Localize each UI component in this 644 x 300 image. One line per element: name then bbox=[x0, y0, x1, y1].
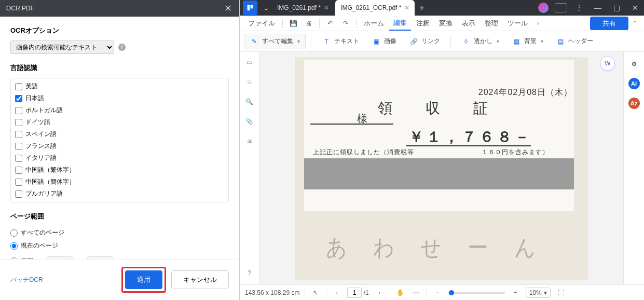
new-tab-button[interactable]: ＋ bbox=[416, 2, 428, 14]
zoom-out-icon[interactable]: − bbox=[432, 288, 443, 298]
range-all-row[interactable]: すべてのページ bbox=[10, 226, 229, 239]
tab-2-label: IMG_0261_OCR.pdf * bbox=[340, 4, 401, 11]
lang-item-6[interactable]: イタリア語 bbox=[14, 152, 225, 164]
tab-1-label: IMG_0261.pdf * bbox=[277, 4, 321, 11]
lang-checkbox[interactable] bbox=[15, 202, 22, 203]
hand-icon[interactable]: ✋ bbox=[395, 288, 406, 298]
window-close-button[interactable]: ✕ bbox=[626, 0, 644, 16]
receipt-line bbox=[406, 145, 531, 146]
lang-label: スペイン語 bbox=[25, 130, 57, 139]
range-custom-row[interactable]: 範囲 ～ / 1 bbox=[10, 252, 229, 259]
menu-home[interactable]: ホーム bbox=[360, 17, 388, 30]
background-button[interactable]: ▦背景▾ bbox=[506, 34, 549, 49]
apply-highlight: 適用 bbox=[121, 267, 166, 293]
close-icon[interactable]: ✕ bbox=[223, 3, 233, 14]
chevron-down-icon[interactable]: ⌄ bbox=[262, 0, 271, 16]
tab-2-close-icon[interactable]: ✕ bbox=[404, 4, 409, 11]
avatar[interactable] bbox=[538, 3, 549, 13]
menu-more-icon[interactable]: › bbox=[533, 20, 543, 27]
lang-item-2[interactable]: ポルトガル語 bbox=[14, 104, 225, 116]
dialog-titlebar: OCR PDF ✕ bbox=[0, 0, 239, 17]
collapse-ribbon-icon[interactable]: ⌃ bbox=[629, 20, 640, 27]
lang-checkbox[interactable] bbox=[15, 155, 22, 162]
receipt-line bbox=[310, 124, 393, 125]
redo-icon[interactable]: ↷ bbox=[338, 17, 353, 30]
translate-button[interactable]: Az bbox=[628, 98, 640, 109]
lang-item-8[interactable]: 中国語（簡体字） bbox=[14, 176, 225, 188]
maximize-button[interactable]: ▢ bbox=[608, 0, 625, 16]
lang-checkbox[interactable] bbox=[15, 190, 22, 198]
lang-item-4[interactable]: スペイン語 bbox=[14, 128, 225, 140]
edit-all-button[interactable]: ✎ すべて編集 ▾ bbox=[244, 34, 306, 49]
lang-item-1[interactable]: 日本語 bbox=[14, 92, 225, 104]
range-all-radio[interactable] bbox=[10, 229, 18, 237]
lang-checkbox[interactable] bbox=[15, 119, 22, 126]
next-page-icon[interactable]: › bbox=[374, 288, 385, 298]
page-input[interactable] bbox=[347, 288, 362, 298]
lang-checkbox[interactable] bbox=[15, 95, 22, 102]
menu-edit[interactable]: 編集 bbox=[389, 16, 411, 31]
tab-1-close-icon[interactable]: ✕ bbox=[324, 4, 329, 11]
tab-1[interactable]: IMG_0261.pdf * ✕ bbox=[272, 0, 334, 16]
fit-icon[interactable]: ▭ bbox=[411, 288, 421, 298]
settings-icon[interactable]: ⚙ bbox=[628, 58, 640, 70]
window-mode-icon[interactable] bbox=[555, 3, 567, 12]
lang-item-9[interactable]: ブルガリア語 bbox=[14, 188, 225, 200]
lang-item-0[interactable]: 英語 bbox=[14, 80, 225, 92]
word-export-icon[interactable]: W bbox=[600, 56, 615, 71]
lang-item-5[interactable]: フランス語 bbox=[14, 140, 225, 152]
cancel-button[interactable]: キャンセル bbox=[171, 270, 229, 289]
bookmark-icon[interactable]: ☆ bbox=[244, 77, 255, 87]
zoom-slider[interactable] bbox=[448, 292, 505, 294]
link-button[interactable]: 🔗リンク bbox=[404, 34, 445, 49]
lang-item-10[interactable]: カタロニア語 bbox=[14, 200, 225, 202]
menu-comment[interactable]: 注釈 bbox=[412, 17, 434, 30]
range-current-row[interactable]: 現在のページ bbox=[10, 239, 229, 252]
menu-tools[interactable]: ツール bbox=[503, 17, 532, 30]
workspace: ▭ ☆ 🔍 📎 ≋ ? 2024年02月08日（木） 領 収 証 様 ￥１，７６… bbox=[240, 52, 644, 284]
ai-button[interactable]: AI bbox=[628, 78, 640, 89]
apply-button[interactable]: 適用 bbox=[125, 270, 162, 289]
range-current-radio[interactable] bbox=[10, 242, 18, 250]
menu-file[interactable]: ファイル bbox=[244, 17, 279, 30]
fullscreen-icon[interactable]: ⛶ bbox=[556, 288, 566, 298]
pointer-icon[interactable]: ↖ bbox=[310, 288, 321, 298]
lang-checkbox[interactable] bbox=[15, 131, 22, 138]
thumbnails-icon[interactable]: ▭ bbox=[244, 57, 255, 67]
language-list[interactable]: 英語日本語ポルトガル語ドイツ語スペイン語フランス語イタリア語中国語（繁体字）中国… bbox=[10, 78, 229, 202]
help-icon[interactable]: ? bbox=[244, 268, 255, 278]
print-icon[interactable]: 🖨 bbox=[302, 17, 316, 30]
watermark-button[interactable]: ◊透かし▾ bbox=[456, 34, 504, 49]
lang-checkbox[interactable] bbox=[15, 143, 22, 150]
app-logo-icon[interactable] bbox=[243, 1, 257, 15]
layers-icon[interactable]: ≋ bbox=[244, 136, 255, 146]
zoom-select[interactable]: 10% ▾ bbox=[526, 288, 551, 298]
ocr-mode-select[interactable]: 画像内の検索可能なテキスト bbox=[10, 40, 114, 54]
lang-checkbox[interactable] bbox=[15, 167, 22, 174]
share-button[interactable]: 共有 bbox=[590, 17, 628, 30]
svg-rect-0 bbox=[248, 5, 250, 11]
text-button[interactable]: Tテキスト bbox=[317, 34, 364, 49]
lang-item-7[interactable]: 中国語（繁体字） bbox=[14, 164, 225, 176]
tab-2[interactable]: IMG_0261_OCR.pdf * ✕ bbox=[335, 0, 415, 16]
lang-checkbox[interactable] bbox=[15, 107, 22, 114]
document-canvas[interactable]: 2024年02月08日（木） 領 収 証 様 ￥１，７６８－ 上記正に領収しまし… bbox=[259, 52, 623, 284]
zoom-in-icon[interactable]: + bbox=[510, 288, 520, 298]
more-icon[interactable]: ⋮ bbox=[570, 0, 588, 16]
image-button[interactable]: ▣画像 bbox=[366, 34, 402, 49]
lang-checkbox[interactable] bbox=[15, 179, 22, 186]
search-icon[interactable]: 🔍 bbox=[244, 97, 255, 107]
lang-checkbox[interactable] bbox=[15, 83, 22, 90]
undo-icon[interactable]: ↶ bbox=[323, 17, 337, 30]
prev-page-icon[interactable]: ‹ bbox=[332, 288, 342, 298]
lang-item-3[interactable]: ドイツ語 bbox=[14, 116, 225, 128]
header-button[interactable]: ▤ヘッダー bbox=[551, 34, 598, 49]
menu-convert[interactable]: 変換 bbox=[435, 17, 457, 30]
menu-view[interactable]: 表示 bbox=[458, 17, 479, 30]
batch-ocr-link[interactable]: バッチOCR bbox=[10, 276, 43, 284]
attachment-icon[interactable]: 📎 bbox=[244, 116, 255, 127]
menu-organize[interactable]: 整理 bbox=[481, 17, 502, 30]
info-icon[interactable]: ! bbox=[118, 44, 126, 51]
minimize-button[interactable]: ― bbox=[589, 0, 607, 16]
save-icon[interactable]: 💾 bbox=[286, 17, 300, 30]
